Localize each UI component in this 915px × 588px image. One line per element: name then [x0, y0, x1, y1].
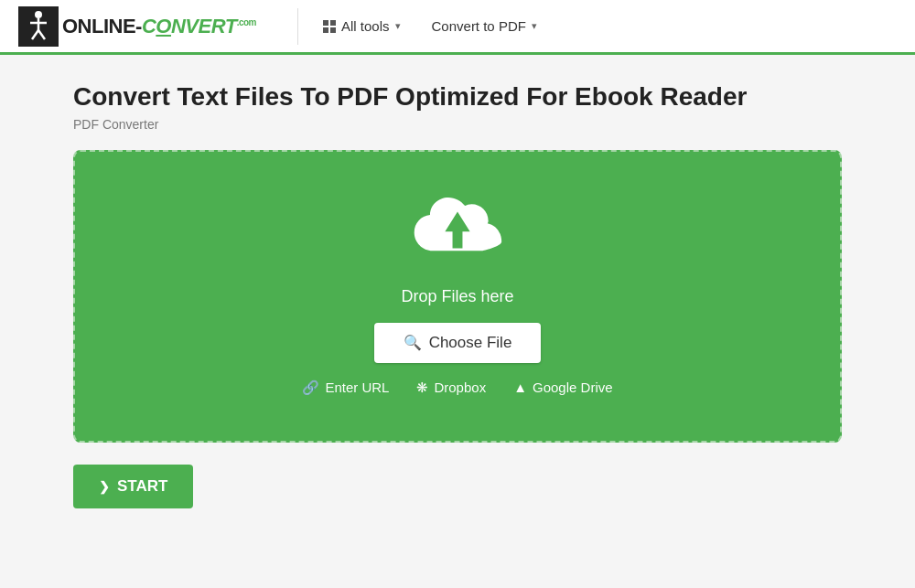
- search-icon: 🔍: [404, 334, 422, 351]
- all-tools-chevron: ▾: [395, 20, 401, 32]
- page-title: Convert Text Files To PDF Optimized For …: [73, 82, 842, 112]
- all-tools-label: All tools: [341, 18, 390, 34]
- dropbox-option[interactable]: ❋ Dropbox: [416, 380, 486, 396]
- svg-point-0: [35, 11, 42, 18]
- drop-zone[interactable]: Drop Files here 🔍 Choose File 🔗 Enter UR…: [73, 150, 842, 443]
- nav-convert-to-pdf[interactable]: Convert to PDF ▾: [421, 11, 548, 41]
- logo-icon: [18, 6, 59, 47]
- google-drive-label: Google Drive: [533, 380, 613, 395]
- enter-url-label: Enter URL: [325, 380, 389, 395]
- svg-line-3: [32, 30, 38, 39]
- extra-options: 🔗 Enter URL ❋ Dropbox ▲ Google Drive: [302, 380, 612, 396]
- grid-icon: [323, 20, 336, 33]
- upload-cloud-icon: [412, 198, 503, 271]
- drop-text: Drop Files here: [401, 287, 513, 306]
- dropbox-label: Dropbox: [434, 380, 486, 395]
- choose-file-label: Choose File: [429, 334, 512, 352]
- logo[interactable]: ONLINE-CONVERT.com: [18, 6, 256, 47]
- google-drive-option[interactable]: ▲ Google Drive: [513, 380, 612, 395]
- page-subtitle: PDF Converter: [73, 117, 842, 132]
- logo-accent: CONVERT: [142, 15, 237, 37]
- convert-to-pdf-label: Convert to PDF: [432, 18, 526, 34]
- nav-divider: [297, 8, 298, 45]
- convert-to-pdf-chevron: ▾: [532, 20, 537, 32]
- svg-line-4: [38, 30, 45, 39]
- header: ONLINE-CONVERT.com All tools ▾ Convert t…: [0, 0, 915, 55]
- google-drive-icon: ▲: [513, 380, 527, 395]
- choose-file-button[interactable]: 🔍 Choose File: [374, 323, 542, 363]
- nav-all-tools[interactable]: All tools ▾: [312, 11, 412, 41]
- enter-url-option[interactable]: 🔗 Enter URL: [302, 380, 389, 396]
- link-icon: 🔗: [302, 380, 319, 396]
- logo-text: ONLINE-CONVERT.com: [62, 15, 256, 38]
- start-button[interactable]: ❯ START: [73, 465, 193, 508]
- start-chevron-icon: ❯: [99, 479, 110, 494]
- dropbox-icon: ❋: [416, 380, 428, 396]
- main-content: Convert Text Files To PDF Optimized For …: [0, 55, 915, 536]
- start-button-label: START: [117, 477, 167, 496]
